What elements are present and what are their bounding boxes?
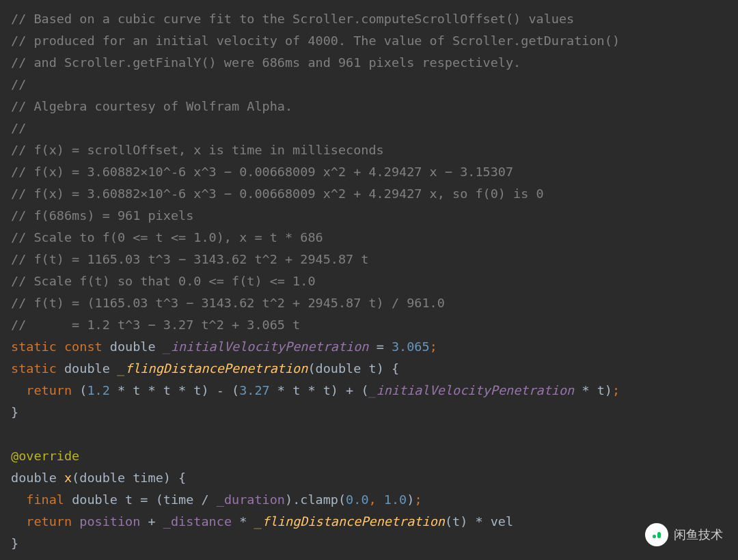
keyword-const: const <box>64 339 102 354</box>
comment-line: // f(t) = (1165.03 t^3 − 3143.62 t^2 + 2… <box>11 296 445 310</box>
comment-line: // f(x) = scrollOffset, x is time in mil… <box>11 143 384 157</box>
comment-line: // f(x) = 3.60882×10^-6 x^3 − 0.00668009… <box>11 186 544 201</box>
type-double: double <box>110 339 156 354</box>
annotation-override: @override <box>11 449 79 463</box>
function-fling-distance-penetration: _flingDistancePenetration <box>118 361 308 376</box>
comment-line: // <box>11 121 26 135</box>
comment-line: // Scale f(t) so that 0.0 <= f(t) <= 1.0 <box>11 274 316 288</box>
comment-line: // <box>11 77 26 92</box>
wechat-icon <box>645 523 668 546</box>
keyword-static: static <box>11 339 57 354</box>
keyword-static: static <box>11 361 57 376</box>
brace-close: } <box>11 405 18 419</box>
comment-line: // produced for an initial velocity of 4… <box>11 33 620 48</box>
keyword-return: return <box>26 514 72 529</box>
var-initial-velocity-penetration: _initialVelocityPenetration <box>369 383 575 397</box>
code-block: // Based on a cubic curve fit to the Scr… <box>0 0 738 560</box>
type-double: double <box>64 361 110 376</box>
comment-line: // f(t) = 1165.03 t^3 − 3143.62 t^2 + 29… <box>11 252 368 266</box>
var-position: position <box>79 514 140 529</box>
comment-line: // Algebra courtesy of Wolfram Alpha. <box>11 99 292 113</box>
keyword-final: final <box>26 492 64 507</box>
brace-close: } <box>11 536 18 550</box>
watermark-text: 闲鱼技术 <box>674 527 723 543</box>
comment-line: // Based on a cubic curve fit to the Scr… <box>11 12 574 26</box>
var-duration: _duration <box>217 492 285 507</box>
number-literal: 3.065 <box>392 339 430 354</box>
comment-line: // Scale to f(0 <= t <= 1.0), x = t * 68… <box>11 230 323 244</box>
keyword-return: return <box>26 383 72 397</box>
var-distance: _distance <box>163 514 232 529</box>
comment-line: // f(x) = 3.60882×10^-6 x^3 − 0.00668009… <box>11 165 513 179</box>
comment-line: // f(686ms) = 961 pixels <box>11 208 193 223</box>
method-x: x <box>64 471 72 485</box>
type-double: double <box>11 471 57 485</box>
watermark-badge: 闲鱼技术 <box>645 523 723 546</box>
comment-line: // and Scroller.getFinalY() were 686ms a… <box>11 55 521 70</box>
comment-line: // = 1.2 t^3 − 3.27 t^2 + 3.065 t <box>11 318 300 332</box>
var-initial-velocity-penetration: _initialVelocityPenetration <box>163 339 369 354</box>
function-fling-distance-penetration: _flingDistancePenetration <box>254 514 444 529</box>
